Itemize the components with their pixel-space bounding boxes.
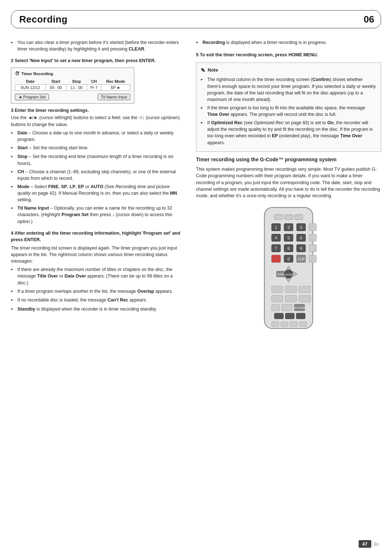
bullet-start-text: Start – Set the recording start time. — [17, 145, 89, 152]
note-bullet-1: • The rightmost column in the timer reco… — [201, 76, 376, 103]
left-column: • You can also clear a timer program bef… — [11, 39, 192, 332]
svg-text:9: 9 — [300, 246, 302, 251]
bullet-dot-cantrec: • — [11, 297, 16, 304]
step4-heading: 4 After entering all the timer recording… — [11, 230, 184, 243]
intro-bullet-item: • You can also clear a timer program bef… — [11, 39, 184, 52]
svg-rect-45 — [271, 304, 279, 311]
bullet-dot-mode: • — [11, 183, 16, 203]
bullet-dot-titleover: • — [11, 266, 16, 286]
svg-text:8: 8 — [287, 246, 290, 251]
bullet-start: • Start – Set the recording start time. — [11, 145, 184, 152]
bullet-date-text: Date – Choose a date up to one month in … — [17, 130, 184, 143]
program-set-label: ◄ Program Set — [18, 95, 46, 99]
svg-rect-39 — [271, 286, 283, 293]
svg-rect-50 — [285, 313, 294, 319]
step3-heading-text: 3 Enter the timer recording settings. — [11, 108, 89, 113]
note-bullet-3-text: If Optimized Rec (see Optimized Rec on p… — [207, 119, 376, 146]
note-dot-3: • — [201, 119, 206, 146]
bullet-date: • Date – Choose a date up to one month i… — [11, 130, 184, 143]
step3-heading: 3 Enter the timer recording settings. — [11, 108, 184, 113]
cell-ch: Pr 7 — [87, 85, 101, 91]
svg-rect-25 — [271, 255, 280, 262]
intro-bullet-section: • You can also clear a timer program bef… — [11, 39, 184, 52]
svg-rect-42 — [271, 295, 283, 302]
note-box: ✎ Note • The rightmost column in the tim… — [196, 62, 381, 152]
svg-text:2: 2 — [287, 225, 290, 230]
bullet-recording-text: Recording is displayed when a timer reco… — [203, 39, 327, 46]
svg-rect-30 — [309, 255, 317, 262]
chapter-number: 06 — [364, 14, 374, 25]
timer-table-container: ⏱ Timer Recording Date Start Stop CH Rec… — [11, 68, 134, 104]
svg-text:1: 1 — [275, 225, 277, 230]
remote-svg: 1 2 3 4 5 6 7 8 9 — [252, 203, 325, 333]
bullet-ch: • CH – Choose a channel (1–99, excluding… — [11, 169, 184, 182]
page-number: 47 — [359, 540, 371, 548]
svg-text:REC MODE: REC MODE — [293, 307, 306, 309]
step2-heading-text: 2 Select 'New Input' to set a new timer … — [11, 58, 156, 63]
footer-bar: 47 En — [0, 540, 392, 548]
step4-bullet-cantrec-text: If no recordable disc is loaded, the mes… — [17, 297, 147, 304]
step5-heading-text: 5 To exit the timer recording screen, pr… — [196, 52, 318, 57]
svg-rect-40 — [285, 286, 297, 293]
svg-text:3: 3 — [300, 225, 302, 230]
ttl-name-button[interactable]: Ttl Name Input — [98, 94, 130, 100]
step3-body: Use the ◄/► (cursor left/right) buttons … — [11, 114, 184, 127]
svg-text:CLR: CLR — [297, 257, 305, 261]
svg-rect-24 — [309, 244, 317, 252]
gcode-heading: Timer recording using the G-Code™ progra… — [196, 156, 381, 163]
svg-rect-10 — [309, 223, 317, 231]
cell-stop: 11 : 00 — [66, 85, 87, 91]
main-content: • You can also clear a timer program bef… — [11, 39, 381, 332]
col-start: Start — [45, 78, 66, 85]
note-title: ✎ Note — [201, 66, 376, 74]
step4-body: The timer recording list screen is displ… — [11, 245, 184, 264]
intro-bullet-text: You can also clear a timer program befor… — [17, 39, 184, 52]
step4-bullet-standby-text: Standby is displayed when the recorder i… — [17, 306, 157, 313]
svg-text:0: 0 — [287, 257, 290, 261]
bullet-dot-standby: • — [11, 306, 16, 313]
program-set-button[interactable]: ◄ Program Set — [15, 94, 49, 100]
svg-text:7: 7 — [275, 246, 277, 251]
step4-bullets: • If there are already the maximum numbe… — [11, 266, 184, 313]
timer-icon: ⏱ — [15, 71, 20, 76]
bullet-ttl-text: Ttl Name Input – Optionally, you can ent… — [17, 205, 184, 224]
step4-bullet-titleover: • If there are already the maximum numbe… — [11, 266, 184, 286]
note-bullet-2: • If the timer program is too long to fi… — [201, 105, 376, 118]
bullet-mode: • Mode – Select FINE, SP, LP, EP or AUTO… — [11, 183, 184, 203]
svg-text:6: 6 — [300, 236, 302, 240]
timer-bottom-row: ◄ Program Set Ttl Name Input — [15, 94, 130, 100]
gcode-heading-text: Timer recording using the G-Code™ progra… — [196, 157, 336, 162]
step5-heading: 5 To exit the timer recording screen, pr… — [196, 52, 381, 58]
bullet-dot-overlap: • — [11, 288, 16, 295]
bullet-dot: • — [11, 39, 16, 52]
note-dot-1: • — [201, 76, 206, 103]
step4-bullet-overlap: • If a timer program overlaps another in… — [11, 288, 184, 295]
bullet-stop: • Stop – Set the recording end time (max… — [11, 153, 184, 166]
bullet-dot-start: • — [11, 145, 16, 152]
note-dot-2: • — [201, 105, 206, 118]
bullet-dot-date: • — [11, 130, 16, 143]
svg-rect-41 — [299, 286, 310, 293]
timer-table-title-text: Timer Recording — [21, 72, 53, 76]
svg-rect-1 — [274, 215, 282, 219]
svg-text:ENTER: ENTER — [284, 273, 294, 276]
svg-rect-2 — [285, 215, 293, 219]
col-recmode: Rec Mode — [101, 78, 130, 85]
step4-bullet-titleover-text: If there are already the maximum number … — [17, 266, 184, 286]
svg-rect-3 — [295, 215, 303, 219]
note-bullet-2-text: If the timer program is too long to fit … — [207, 105, 376, 118]
svg-rect-54 — [290, 321, 297, 326]
svg-rect-55 — [299, 321, 307, 326]
bullet-dot-stop: • — [11, 153, 16, 166]
svg-rect-51 — [296, 313, 305, 319]
bullet-dot-ch: • — [11, 169, 16, 182]
svg-rect-17 — [309, 234, 317, 241]
note-bullet-3: • If Optimized Rec (see Optimized Rec on… — [201, 119, 376, 146]
bullet-ch-text: CH – Choose a channel (1–99, excluding s… — [17, 169, 184, 182]
cell-date: SUN 12/12 — [15, 85, 46, 91]
gcode-body: This system makes programming timer reco… — [196, 166, 381, 199]
step3-bullets: • Date – Choose a date up to one month i… — [11, 130, 184, 225]
gcode-body-text: This system makes programming timer reco… — [196, 167, 380, 198]
bullet-dot-ttl: • — [11, 205, 16, 224]
step4-bullet-standby: • Standby is displayed when the recorder… — [11, 306, 184, 313]
